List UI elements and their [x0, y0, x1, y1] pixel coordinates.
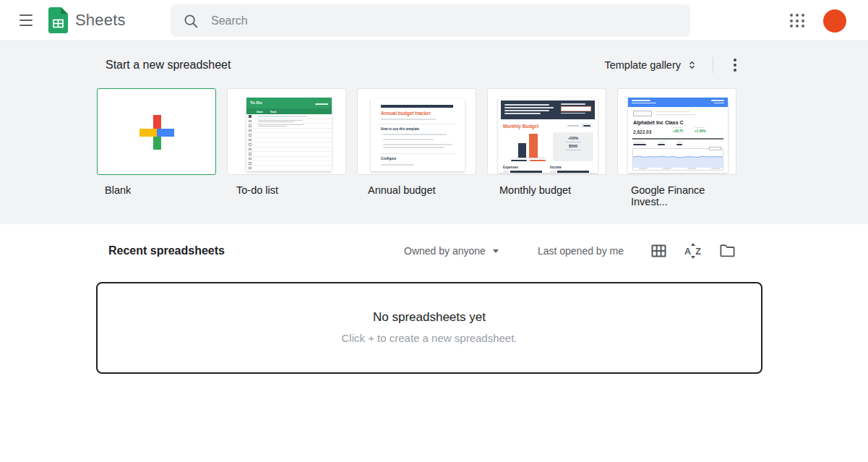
recent-section: Recent spreadsheets Owned by anyone Last… — [0, 241, 868, 374]
google-apps-icon[interactable] — [786, 9, 809, 32]
template-label-todo-list[interactable]: To-do list — [228, 184, 349, 208]
template-label-monthly-budget[interactable]: Monthly budget — [491, 184, 612, 208]
search-icon — [183, 13, 199, 29]
search-bar[interactable] — [171, 4, 690, 37]
finance-thumbnail: Alphabet Inc Class C 2,622.03 +36.75 +1.… — [628, 98, 728, 173]
todo-thumb-title: To Do — [250, 100, 262, 105]
sort-az-button[interactable]: A Z — [683, 242, 703, 260]
open-file-picker-button[interactable] — [718, 243, 736, 259]
template-section-title: Start a new spreadsheet — [97, 59, 231, 72]
account-avatar[interactable] — [823, 9, 846, 33]
sort-order-label: Last opened by me — [538, 245, 624, 257]
template-card-google-finance[interactable]: Alphabet Inc Class C 2,622.03 +36.75 +1.… — [617, 88, 736, 175]
template-gallery-button[interactable]: Template gallery — [598, 54, 702, 76]
template-gallery-label: Template gallery — [604, 59, 681, 71]
template-label-google-finance[interactable]: Google Finance Invest... — [623, 184, 744, 208]
owner-filter-label: Owned by anyone — [404, 245, 486, 257]
grid-view-button[interactable] — [650, 243, 668, 259]
recent-section-title: Recent spreadsheets — [96, 244, 225, 257]
sheets-logo-icon — [48, 7, 68, 33]
mini-area-chart — [632, 148, 723, 171]
main-menu-button[interactable] — [11, 6, 41, 35]
search-input[interactable] — [210, 14, 658, 28]
divider — [713, 57, 713, 73]
folder-icon — [720, 244, 735, 257]
empty-state-title: No spreadsheets yet — [98, 310, 761, 325]
template-cards: To Do Date Task — [97, 88, 748, 175]
template-section: Start a new spreadsheet Template gallery — [0, 41, 868, 224]
header-actions — [786, 0, 846, 41]
annual-budget-thumbnail: Annual budget tracker How to use this te… — [371, 99, 465, 171]
template-card-monthly-budget[interactable]: Monthly Budget +50% $500 Expenses — [487, 88, 606, 175]
template-options-icon[interactable] — [722, 52, 748, 78]
template-card-blank[interactable] — [97, 88, 216, 175]
mini-bar-chart — [515, 132, 544, 158]
dropdown-caret-icon — [493, 249, 499, 253]
unfold-more-icon — [687, 59, 697, 72]
grid-view-icon — [651, 244, 666, 257]
new-blank-plus-icon — [139, 115, 174, 150]
template-labels: Blank To-do list Annual budget Monthly b… — [97, 184, 748, 208]
hamburger-icon — [20, 14, 33, 16]
monthly-budget-thumbnail: Monthly Budget +50% $500 Expenses — [498, 98, 598, 173]
sort-az-icon: A Z — [684, 244, 702, 258]
sheets-home-link[interactable]: Sheets — [48, 7, 126, 33]
owner-filter-dropdown[interactable]: Owned by anyone — [400, 244, 503, 257]
template-card-annual-budget[interactable]: Annual budget tracker How to use this te… — [357, 88, 476, 175]
top-app-bar: Sheets — [0, 0, 868, 41]
template-card-todo-list[interactable]: To Do Date Task — [227, 88, 346, 175]
template-label-annual-budget[interactable]: Annual budget — [360, 184, 481, 208]
template-label-blank[interactable]: Blank — [97, 184, 218, 208]
empty-state-box: No spreadsheets yet Click + to create a … — [96, 282, 762, 374]
todo-thumbnail: To Do Date Task — [246, 98, 332, 171]
empty-state-subtitle: Click + to create a new spreadsheet. — [98, 332, 761, 344]
app-title: Sheets — [75, 11, 126, 30]
